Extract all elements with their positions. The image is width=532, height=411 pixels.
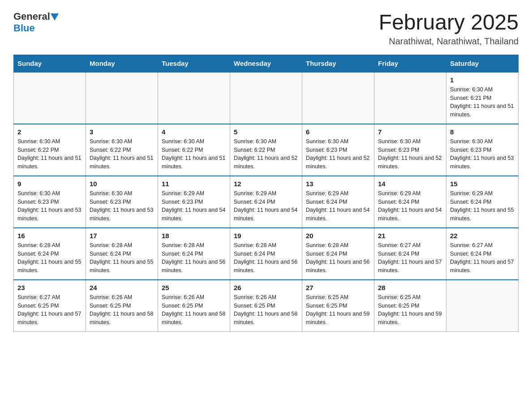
day-cell	[158, 72, 230, 124]
day-number: 18	[162, 232, 226, 240]
day-cell: 16Sunrise: 6:28 AMSunset: 6:24 PMDayligh…	[14, 228, 86, 280]
day-info: Sunrise: 6:25 AMSunset: 6:25 PMDaylight:…	[306, 293, 370, 327]
day-cell: 3Sunrise: 6:30 AMSunset: 6:22 PMDaylight…	[86, 124, 158, 176]
day-info: Sunrise: 6:25 AMSunset: 6:25 PMDaylight:…	[378, 293, 442, 327]
day-info: Sunrise: 6:28 AMSunset: 6:24 PMDaylight:…	[162, 241, 226, 275]
day-cell	[374, 72, 446, 124]
day-number: 19	[234, 232, 298, 240]
day-info: Sunrise: 6:30 AMSunset: 6:23 PMDaylight:…	[306, 137, 370, 171]
day-number: 7	[378, 128, 442, 136]
day-number: 25	[162, 284, 226, 291]
weekday-header-wednesday: Wednesday	[230, 55, 302, 72]
week-row-1: 1Sunrise: 6:30 AMSunset: 6:21 PMDaylight…	[14, 72, 519, 124]
day-cell: 10Sunrise: 6:30 AMSunset: 6:23 PMDayligh…	[86, 176, 158, 228]
day-cell: 26Sunrise: 6:26 AMSunset: 6:25 PMDayligh…	[230, 280, 302, 332]
day-cell: 8Sunrise: 6:30 AMSunset: 6:23 PMDaylight…	[446, 124, 519, 176]
day-cell: 27Sunrise: 6:25 AMSunset: 6:25 PMDayligh…	[302, 280, 374, 332]
weekday-header-saturday: Saturday	[446, 55, 519, 72]
day-info: Sunrise: 6:30 AMSunset: 6:22 PMDaylight:…	[234, 137, 298, 171]
day-cell: 5Sunrise: 6:30 AMSunset: 6:22 PMDaylight…	[230, 124, 302, 176]
day-info: Sunrise: 6:26 AMSunset: 6:25 PMDaylight:…	[162, 293, 226, 327]
day-number: 21	[378, 232, 442, 240]
day-number: 9	[17, 180, 82, 188]
day-cell: 6Sunrise: 6:30 AMSunset: 6:23 PMDaylight…	[302, 124, 374, 176]
day-number: 12	[234, 180, 298, 188]
day-number: 26	[234, 284, 298, 291]
week-row-3: 9Sunrise: 6:30 AMSunset: 6:23 PMDaylight…	[14, 176, 519, 228]
weekday-header-sunday: Sunday	[14, 55, 86, 72]
logo: General Blue	[13, 11, 59, 34]
day-cell	[14, 72, 86, 124]
day-number: 27	[306, 284, 370, 291]
day-cell: 4Sunrise: 6:30 AMSunset: 6:22 PMDaylight…	[158, 124, 230, 176]
weekday-header-row: SundayMondayTuesdayWednesdayThursdayFrid…	[14, 55, 519, 72]
day-info: Sunrise: 6:27 AMSunset: 6:25 PMDaylight:…	[17, 293, 82, 327]
day-info: Sunrise: 6:27 AMSunset: 6:24 PMDaylight:…	[378, 241, 442, 275]
day-info: Sunrise: 6:29 AMSunset: 6:24 PMDaylight:…	[378, 189, 442, 223]
day-info: Sunrise: 6:30 AMSunset: 6:22 PMDaylight:…	[90, 137, 154, 171]
day-info: Sunrise: 6:26 AMSunset: 6:25 PMDaylight:…	[90, 293, 154, 327]
day-number: 16	[17, 232, 82, 240]
day-info: Sunrise: 6:29 AMSunset: 6:23 PMDaylight:…	[162, 189, 226, 223]
calendar-table: SundayMondayTuesdayWednesdayThursdayFrid…	[13, 55, 519, 332]
day-info: Sunrise: 6:30 AMSunset: 6:23 PMDaylight:…	[378, 137, 442, 171]
day-info: Sunrise: 6:29 AMSunset: 6:24 PMDaylight:…	[450, 189, 515, 223]
day-cell: 19Sunrise: 6:28 AMSunset: 6:24 PMDayligh…	[230, 228, 302, 280]
day-info: Sunrise: 6:28 AMSunset: 6:24 PMDaylight:…	[90, 241, 154, 275]
day-info: Sunrise: 6:28 AMSunset: 6:24 PMDaylight:…	[234, 241, 298, 275]
logo-general-text: General	[13, 11, 50, 22]
weekday-header-friday: Friday	[374, 55, 446, 72]
day-info: Sunrise: 6:27 AMSunset: 6:24 PMDaylight:…	[450, 241, 515, 275]
day-info: Sunrise: 6:30 AMSunset: 6:23 PMDaylight:…	[450, 137, 515, 171]
day-info: Sunrise: 6:26 AMSunset: 6:25 PMDaylight:…	[234, 293, 298, 327]
day-number: 3	[90, 128, 154, 136]
day-number: 28	[378, 284, 442, 291]
day-number: 14	[378, 180, 442, 188]
day-cell: 20Sunrise: 6:28 AMSunset: 6:24 PMDayligh…	[302, 228, 374, 280]
day-number: 23	[17, 284, 82, 291]
day-cell: 25Sunrise: 6:26 AMSunset: 6:25 PMDayligh…	[158, 280, 230, 332]
day-number: 22	[450, 232, 515, 240]
weekday-header-tuesday: Tuesday	[158, 55, 230, 72]
day-info: Sunrise: 6:30 AMSunset: 6:22 PMDaylight:…	[17, 137, 82, 171]
day-number: 4	[162, 128, 226, 136]
day-cell: 7Sunrise: 6:30 AMSunset: 6:23 PMDaylight…	[374, 124, 446, 176]
day-number: 24	[90, 284, 154, 291]
day-cell: 23Sunrise: 6:27 AMSunset: 6:25 PMDayligh…	[14, 280, 86, 332]
title-area: February 2025 Narathiwat, Narathiwat, Th…	[379, 11, 519, 47]
day-cell	[302, 72, 374, 124]
day-number: 5	[234, 128, 298, 136]
day-cell: 24Sunrise: 6:26 AMSunset: 6:25 PMDayligh…	[86, 280, 158, 332]
day-info: Sunrise: 6:30 AMSunset: 6:23 PMDaylight:…	[90, 189, 154, 223]
day-cell: 21Sunrise: 6:27 AMSunset: 6:24 PMDayligh…	[374, 228, 446, 280]
day-number: 15	[450, 180, 515, 188]
day-number: 17	[90, 232, 154, 240]
day-info: Sunrise: 6:28 AMSunset: 6:24 PMDaylight:…	[17, 241, 82, 275]
month-title: February 2025	[379, 11, 519, 34]
day-number: 11	[162, 180, 226, 188]
day-cell: 11Sunrise: 6:29 AMSunset: 6:23 PMDayligh…	[158, 176, 230, 228]
day-info: Sunrise: 6:29 AMSunset: 6:24 PMDaylight:…	[234, 189, 298, 223]
day-info: Sunrise: 6:30 AMSunset: 6:21 PMDaylight:…	[450, 86, 515, 119]
day-info: Sunrise: 6:28 AMSunset: 6:24 PMDaylight:…	[306, 241, 370, 275]
day-info: Sunrise: 6:29 AMSunset: 6:24 PMDaylight:…	[306, 189, 370, 223]
day-number: 6	[306, 128, 370, 136]
day-cell: 28Sunrise: 6:25 AMSunset: 6:25 PMDayligh…	[374, 280, 446, 332]
logo-triangle-icon	[51, 13, 59, 21]
day-number: 10	[90, 180, 154, 188]
day-cell: 22Sunrise: 6:27 AMSunset: 6:24 PMDayligh…	[446, 228, 519, 280]
day-number: 8	[450, 128, 515, 136]
location-title: Narathiwat, Narathiwat, Thailand	[379, 36, 519, 47]
day-cell: 12Sunrise: 6:29 AMSunset: 6:24 PMDayligh…	[230, 176, 302, 228]
weekday-header-monday: Monday	[86, 55, 158, 72]
week-row-5: 23Sunrise: 6:27 AMSunset: 6:25 PMDayligh…	[14, 280, 519, 332]
page-header: General Blue February 2025 Narathiwat, N…	[13, 11, 519, 47]
day-cell: 1Sunrise: 6:30 AMSunset: 6:21 PMDaylight…	[446, 72, 519, 124]
day-cell	[230, 72, 302, 124]
week-row-2: 2Sunrise: 6:30 AMSunset: 6:22 PMDaylight…	[14, 124, 519, 176]
day-number: 2	[17, 128, 82, 136]
day-cell: 14Sunrise: 6:29 AMSunset: 6:24 PMDayligh…	[374, 176, 446, 228]
day-cell: 17Sunrise: 6:28 AMSunset: 6:24 PMDayligh…	[86, 228, 158, 280]
day-number: 13	[306, 180, 370, 188]
day-info: Sunrise: 6:30 AMSunset: 6:23 PMDaylight:…	[17, 189, 82, 223]
